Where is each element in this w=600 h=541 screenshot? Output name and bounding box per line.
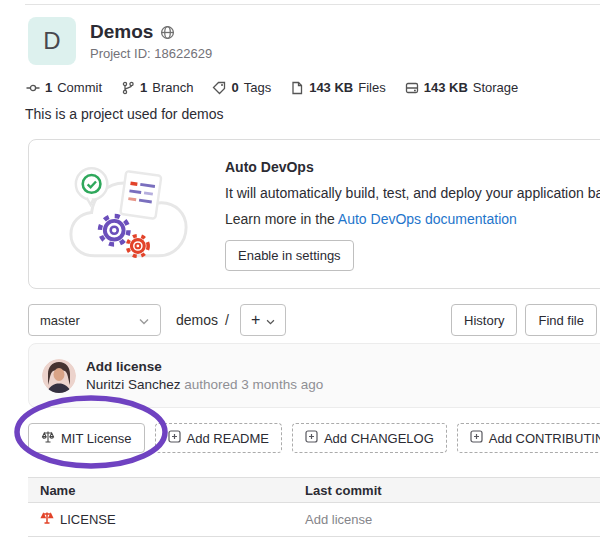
stat-value: 0 [231, 80, 238, 95]
chevron-down-icon [266, 311, 275, 329]
globe-icon [160, 25, 175, 40]
file-last-commit-link[interactable]: Add license [305, 512, 372, 527]
commit-time: authored 3 months ago [184, 377, 323, 392]
project-description: This is a project used for demos [25, 106, 223, 122]
stat-commits[interactable]: 1 Commit [26, 80, 102, 95]
table-row[interactable]: LICENSE Add license [28, 503, 600, 537]
mit-license-button[interactable]: MIT License [28, 423, 145, 453]
stat-value: 1 [45, 80, 52, 95]
stat-value: 1 [140, 80, 147, 95]
file-icon [290, 81, 304, 95]
project-header: D Demos Project ID: 18622629 [28, 17, 212, 65]
commit-icon [26, 81, 40, 95]
column-header-name: Name [28, 483, 75, 498]
scale-icon [41, 430, 55, 447]
auto-devops-banner: Auto DevOps It will automatically build,… [28, 139, 600, 289]
storage-icon [405, 81, 419, 95]
page-title: Demos [90, 21, 153, 43]
file-tree-table: Name Last commit LICENSE Add license [28, 477, 600, 537]
new-file-dropdown[interactable]: + [240, 304, 286, 336]
plus-square-icon [305, 430, 318, 446]
breadcrumb-project[interactable]: demos [176, 312, 218, 328]
tag-icon [212, 81, 226, 95]
devops-description: It will automatically build, test, and d… [225, 185, 600, 201]
branch-name: master [40, 313, 80, 328]
stat-label: Files [358, 80, 385, 95]
history-button[interactable]: History [451, 304, 517, 336]
add-contributing-button[interactable]: Add CONTRIBUTING [457, 423, 600, 453]
branch-icon [121, 81, 135, 95]
last-commit-box: Add license Nuritzi Sanchez authored 3 m… [28, 343, 600, 408]
file-browser-bar: master demos / + History Find file [28, 304, 597, 336]
button-label: Add README [187, 431, 269, 446]
button-label: MIT License [61, 431, 132, 446]
plus-square-icon [470, 430, 483, 446]
avatar-letter: D [43, 27, 60, 55]
add-changelog-button[interactable]: Add CHANGELOG [292, 423, 447, 453]
project-stats: 1 Commit 1 Branch 0 Tags 143 KB Files [26, 80, 518, 95]
top-divider [25, 4, 600, 5]
stat-label: Storage [473, 80, 519, 95]
file-suggestion-buttons: MIT License Add README Add CHANGELOG Add… [28, 423, 600, 453]
devops-doc-link[interactable]: Auto DevOps documentation [338, 211, 517, 227]
stat-label: Tags [244, 80, 271, 95]
project-id: Project ID: 18622629 [90, 46, 212, 61]
plus-square-icon [168, 430, 181, 446]
column-header-last-commit: Last commit [305, 483, 382, 498]
branch-selector[interactable]: master [28, 304, 161, 336]
stat-value: 143 KB [424, 80, 468, 95]
table-header-row: Name Last commit [28, 477, 600, 503]
button-label: Add CONTRIBUTING [489, 431, 600, 446]
chevron-down-icon [139, 313, 149, 328]
stat-files[interactable]: 143 KB Files [290, 80, 386, 95]
add-readme-button[interactable]: Add README [155, 423, 282, 453]
commit-author-link[interactable]: Nuritzi Sanchez [86, 377, 181, 392]
stat-label: Branch [152, 80, 193, 95]
license-scale-icon [40, 511, 54, 528]
devops-illustration-icon [65, 157, 193, 272]
stat-value: 143 KB [309, 80, 353, 95]
stat-tags[interactable]: 0 Tags [212, 80, 271, 95]
devops-learn-more-text: Learn more in the [225, 211, 335, 227]
stat-branches[interactable]: 1 Branch [121, 80, 193, 95]
breadcrumb: demos / [176, 312, 229, 328]
file-name-link[interactable]: LICENSE [60, 512, 116, 527]
find-file-button[interactable]: Find file [525, 304, 597, 336]
enable-in-settings-button[interactable]: Enable in settings [225, 240, 354, 271]
stat-label: Commit [57, 80, 102, 95]
stat-storage[interactable]: 143 KB Storage [405, 80, 519, 95]
devops-title: Auto DevOps [225, 159, 600, 175]
button-label: Add CHANGELOG [324, 431, 434, 446]
author-avatar[interactable] [42, 359, 76, 393]
project-avatar: D [28, 17, 76, 65]
commit-title-link[interactable]: Add license [86, 359, 323, 374]
breadcrumb-separator: / [225, 312, 229, 328]
plus-icon: + [251, 311, 260, 329]
